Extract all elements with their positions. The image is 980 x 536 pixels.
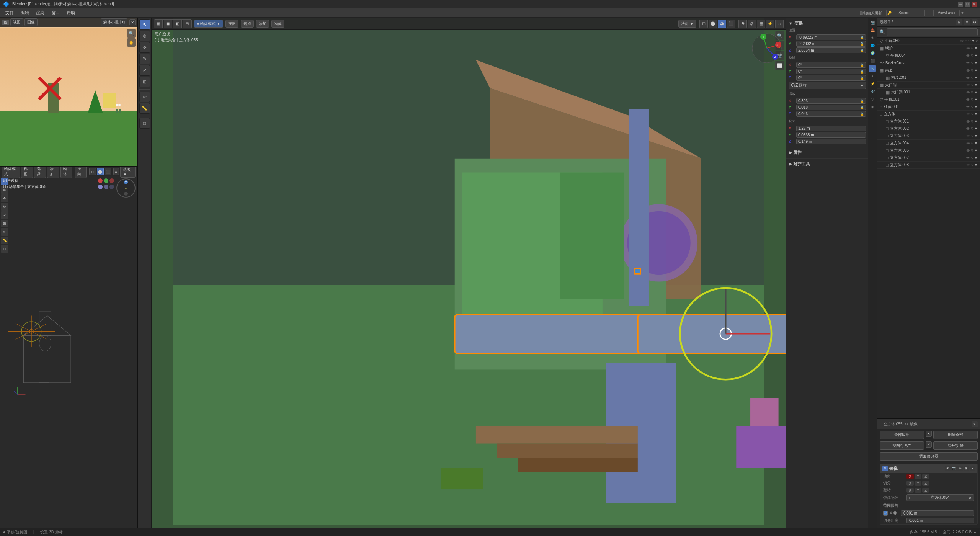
annotate-tool[interactable]: ✏ — [1, 228, 8, 236]
menu-file[interactable]: 文件 — [2, 9, 17, 16]
tool-scale[interactable]: ⤢ — [139, 65, 150, 76]
outliner-item-plane050[interactable]: ▽ 平面.050 👁 ◻ ▽ ▼ 2 — [877, 38, 980, 45]
flip-x-btn[interactable]: X — [906, 488, 914, 493]
prop-icon-output[interactable]: 📤 — [869, 27, 876, 34]
xray-btn[interactable]: ▦ — [757, 20, 765, 28]
scale-y-value[interactable]: 0.018 🔒 — [796, 105, 866, 110]
outliner-filter-btn[interactable]: ⊞ — [956, 19, 962, 25]
tool-move[interactable]: ✥ — [139, 42, 150, 53]
bisect-x-btn[interactable]: X — [906, 481, 914, 486]
outliner-item-pumpkin001[interactable]: ▦ 南瓜.001 👁 ▽ ▼ — [877, 74, 980, 82]
shade-wire-btn[interactable]: ◻ — [89, 168, 96, 175]
outliner-item-cube004[interactable]: □ 立方体.004 👁 ▽ ▼ — [877, 140, 980, 147]
zoom-in-btn[interactable]: 🔍 — [127, 29, 136, 38]
snap-btn[interactable]: ⚡ — [766, 20, 774, 28]
3d-scene[interactable]: X Y Z 🔍 ✋ 📷 ⬜ — [152, 18, 786, 525]
rot-z-value[interactable]: 0° 🔒 — [796, 75, 866, 81]
bezier-tri1[interactable]: ▽ — [971, 61, 973, 65]
boiler-tri1[interactable]: ▽ — [971, 46, 973, 51]
menu-edit[interactable]: 编辑 — [18, 9, 32, 16]
prop-icon-view[interactable]: 👁 — [869, 34, 876, 41]
gate-eye[interactable]: 👁 — [966, 83, 970, 87]
outliner-item-boiler[interactable]: ▦ 锅炉 👁 ▽ ▼ — [877, 45, 980, 52]
vp-icon-4[interactable]: ⊟ — [183, 20, 191, 28]
outliner-item-cylinder006[interactable]: ○ 柱体.004 👁 ▽ ▼ — [877, 103, 980, 111]
prop-icon-data[interactable]: ▽ — [869, 96, 876, 103]
outliner-item-cube001[interactable]: □ 立方体.001 👁 ▽ ▼ — [877, 118, 980, 125]
topleft-close-btn[interactable]: ✕ — [129, 19, 136, 25]
prop-icon-material[interactable]: ◉ — [869, 103, 876, 110]
options-btn[interactable]: ≡ — [113, 168, 119, 175]
dim-x-value[interactable]: 1.22 m — [796, 126, 866, 131]
plane050-eye[interactable]: 👁 — [960, 39, 964, 43]
outliner-settings-btn[interactable]: ⚙ — [972, 19, 978, 25]
outliner-item-pumpkin[interactable]: ▦ 南瓜 👁 ▽ ▼ — [877, 67, 980, 74]
bottomleft-extra-menu[interactable]: 选项▼ — [120, 167, 136, 178]
shade-render-btn2[interactable]: ⬛ — [727, 20, 735, 28]
apply-all-x[interactable]: ✕ — [926, 431, 932, 437]
prop-icon-particles[interactable]: ✦ — [869, 73, 876, 80]
normal-selector[interactable]: 法向▼ — [678, 20, 696, 28]
topleft-view-menu[interactable]: 视图 — [10, 18, 23, 26]
topleft-filename[interactable]: 森林小屋.jpg — [101, 18, 127, 26]
rotate-tool[interactable]: ↻ — [1, 203, 8, 211]
pumpkin001-tri1[interactable]: ▽ — [971, 76, 973, 80]
bottomleft-normal-btn[interactable]: 法向 — [75, 167, 87, 178]
rotation-mode-selector[interactable]: XYZ 欧拉 ▼ — [789, 82, 866, 89]
mirror-edit-btn[interactable]: ✏ — [957, 466, 963, 471]
vp-icon-1[interactable]: ▦ — [154, 20, 163, 28]
scale-z-value[interactable]: 0.046 🔒 — [796, 111, 866, 117]
tool-cursor[interactable]: ⊕ — [139, 31, 150, 41]
vp-icon-2[interactable]: ▣ — [164, 20, 172, 28]
filter-icon[interactable]: ▼ — [959, 10, 965, 16]
scene-label[interactable]: Scene — [896, 11, 911, 15]
viewport-menu-add[interactable]: 添加 — [256, 20, 269, 28]
bottomleft-object-menu[interactable]: 物体 — [60, 167, 72, 178]
boiler-eye[interactable]: 👁 — [966, 46, 970, 51]
attributes-header[interactable]: ▶ 属性 — [789, 149, 866, 157]
pumpkin001-eye[interactable]: 👁 — [966, 76, 970, 80]
boiler-tri2[interactable]: ▼ — [974, 46, 978, 51]
pos-x-value[interactable]: -0.89222 m 🔒 — [796, 34, 866, 40]
plane050-sel[interactable]: ◻ — [965, 39, 967, 43]
scene-icon[interactable] — [913, 10, 922, 16]
rot-y-value[interactable]: 0° 🔒 — [796, 69, 866, 74]
bisect-z-btn[interactable]: Z — [922, 481, 929, 486]
cylinder006-eye[interactable]: 👁 — [966, 105, 970, 109]
outliner-item-cube006[interactable]: □ 立方体.006 👁 ▽ ▼ — [877, 147, 980, 154]
plane004-eye[interactable]: 👁 — [966, 54, 970, 58]
axis-x-btn[interactable]: X — [906, 474, 914, 479]
gate001-tri2[interactable]: ▼ — [974, 90, 978, 95]
transform-tool[interactable]: ⊞ — [1, 220, 8, 227]
tool-transform[interactable]: ⊞ — [139, 77, 150, 87]
outliner-item-gate001[interactable]: ▦ 大门洞.001 👁 ▽ ▼ — [877, 89, 980, 96]
pumpkin-tri1[interactable]: ▽ — [971, 69, 973, 73]
tool-rotate[interactable]: ↻ — [139, 54, 150, 64]
mode-selector[interactable]: ● 物体模式 ▼ — [194, 20, 223, 28]
gate-tri2[interactable]: ▼ — [974, 83, 978, 87]
shade-wireframe-btn[interactable]: ◻ — [699, 20, 708, 28]
outliner-item-plane001[interactable]: ▽ 平面.001 👁 ▽ ▼ — [877, 96, 980, 103]
gizmo-btn[interactable]: ⊕ — [738, 20, 747, 28]
viewport-menu-view[interactable]: 视图 — [225, 20, 238, 28]
dim-y-value[interactable]: 0.0363 m — [796, 132, 866, 138]
prop-icon-render[interactable]: 📷 — [869, 19, 876, 26]
viewport-bottom-left[interactable]: 物体模式 视图 选择 添加 物体 法向 ◻ ⬤ ⬛ ≡ 选项▼ 用户透视 (1)… — [0, 167, 137, 536]
viewport-menu-select[interactable]: 选择 — [241, 20, 254, 28]
close-btn[interactable]: ✕ — [972, 2, 977, 7]
add-modifier-btn[interactable]: 添加修改器 — [880, 452, 978, 461]
mirror-vis-btn[interactable]: 👁 — [945, 466, 951, 471]
outliner-item-plane004[interactable]: ▽ 平面.004 👁 ▽ ▼ — [877, 52, 980, 59]
scene-extra-icon[interactable] — [924, 10, 934, 16]
flip-y-btn[interactable]: Y — [915, 488, 922, 493]
transform-header[interactable]: ▼ 变换 — [789, 19, 866, 27]
overlay-btn[interactable]: ◎ — [748, 20, 756, 28]
prop-icon-constraints[interactable]: 🔗 — [869, 88, 876, 95]
gate-tri1[interactable]: ▽ — [971, 83, 973, 87]
outliner-item-cube[interactable]: □ 立方体 👁 ▽ ▼ — [877, 111, 980, 118]
shade-look-btn[interactable]: ◕ — [718, 20, 726, 28]
shade-solid-btn2[interactable]: ⬤ — [709, 20, 717, 28]
plane001-eye[interactable]: 👁 — [966, 98, 970, 102]
bottomleft-select-menu[interactable]: 选择 — [34, 167, 46, 178]
prop-icon-world[interactable]: 🌍 — [869, 50, 876, 57]
